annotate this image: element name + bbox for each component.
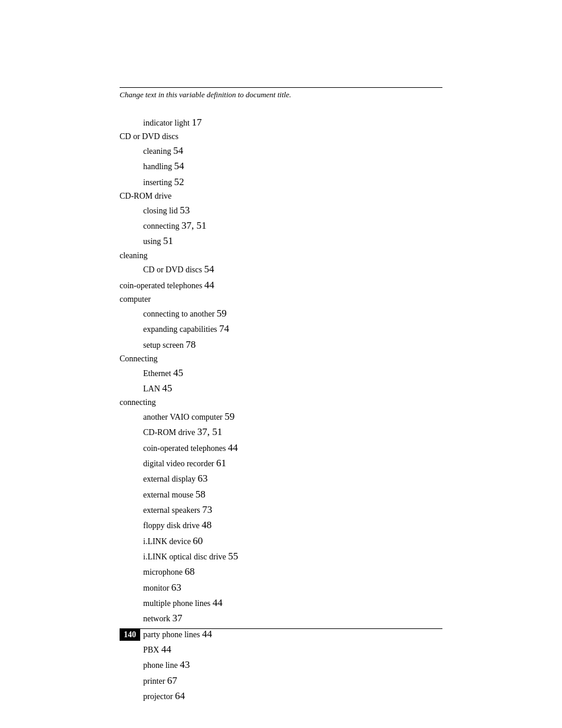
index-entry: coin-operated telephones 44 (120, 278, 442, 293)
entry-text: coin-operated telephones (143, 444, 228, 453)
entry-text: Connecting (120, 354, 158, 363)
index-entry: cleaning 54 (143, 143, 442, 159)
entry-text: network (143, 614, 172, 623)
index-entry: indicator light 17 (143, 115, 442, 130)
entry-page: 44 (213, 597, 223, 608)
entry-text: using (143, 237, 163, 246)
entry-page: 52 (174, 176, 184, 187)
entry-page: 74 (219, 323, 229, 334)
index-entry: setup screen 78 (143, 337, 442, 353)
entry-text: connecting (120, 398, 156, 407)
index-entry: i.LINK optical disc drive 55 (143, 549, 442, 564)
entry-page: 61 (216, 457, 226, 469)
entry-page: 37 (172, 612, 182, 624)
index-entry: phone line 43 (143, 657, 442, 673)
index-entry: connecting (120, 396, 442, 409)
entry-text: microphone (143, 568, 184, 577)
entry-page: 54 (204, 263, 214, 275)
index-entry: CD or DVD discs (120, 130, 442, 143)
index-entry: inserting 52 (143, 174, 442, 190)
entry-text: expanding capabilities (143, 325, 219, 334)
entry-text: digital video recorder (143, 459, 216, 468)
index-entry: Connecting (120, 353, 442, 365)
entry-page: 68 (184, 566, 194, 577)
entry-page: 59 (217, 308, 227, 319)
entry-page: 53 (180, 205, 190, 216)
entry-page: 48 (201, 519, 211, 531)
index-entry: expanding capabilities 74 (143, 321, 442, 337)
index-entry: coin-operated telephones 44 (143, 440, 442, 456)
entry-text: CD or DVD discs (120, 132, 178, 141)
index-entry: handling 54 (143, 159, 442, 174)
index-entry: Ethernet 45 (143, 365, 442, 381)
bottom-rule (120, 628, 442, 629)
entry-page: 54 (173, 145, 183, 156)
index-entry: connecting to another 59 (143, 306, 442, 321)
entry-page: 67 (167, 675, 177, 686)
index-entry: CD-ROM drive 37, 51 (143, 424, 442, 440)
index-entry: microphone 68 (143, 564, 442, 579)
entry-page: 45 (173, 367, 183, 378)
index-entry: external mouse 58 (143, 487, 442, 502)
entry-text: connecting to another (143, 309, 217, 318)
entry-text: i.LINK device (143, 537, 193, 546)
entry-page: 17 (191, 117, 201, 128)
entry-text: coin-operated telephones (120, 281, 204, 290)
entry-text: multiple phone lines (143, 599, 213, 608)
entry-page: 73 (202, 504, 212, 515)
index-entry: multiple phone lines 44 (143, 595, 442, 611)
index-entry: connecting 37, 51 (143, 218, 442, 233)
entry-page: 44 (161, 644, 171, 655)
entry-text: phone line (143, 661, 180, 670)
entry-text: external display (143, 475, 198, 483)
entry-text: external mouse (143, 490, 196, 499)
entry-text: LAN (143, 384, 162, 393)
entry-page: 58 (196, 489, 206, 500)
entry-text: CD-ROM drive (120, 192, 171, 200)
entry-text: PBX (143, 645, 161, 654)
index-entry: CD-ROM drive (120, 190, 442, 203)
entry-page: 63 (198, 473, 208, 484)
index-entry: another VAIO computer 59 (143, 409, 442, 424)
index-entry: network 37 (143, 611, 442, 626)
entry-text: another VAIO computer (143, 413, 224, 421)
entry-text: floppy disk drive (143, 521, 201, 530)
entry-text: printer (143, 677, 167, 686)
entry-text: CD or DVD discs (143, 265, 204, 274)
entry-page: 78 (186, 339, 196, 350)
entry-text: inserting (143, 178, 174, 187)
entry-page: 45 (162, 383, 172, 394)
entry-text: CD-ROM drive (143, 428, 197, 437)
entry-text: setup screen (143, 341, 186, 350)
top-rule (120, 87, 442, 88)
page-number: 140 (120, 629, 140, 641)
index-entry: i.LINK device 60 (143, 533, 442, 549)
entry-text: handling (143, 162, 174, 171)
entry-page: 60 (193, 535, 203, 546)
entry-page: 43 (180, 659, 190, 670)
entry-page: 44 (228, 442, 238, 453)
header-text: Change text in this variable definition … (120, 90, 291, 100)
index-entry: CD or DVD discs 54 (143, 262, 442, 277)
entry-text: indicator light (143, 118, 191, 127)
entry-text: i.LINK optical disc drive (143, 552, 228, 561)
index-entry: PBX 44 (143, 642, 442, 657)
entry-text: party phone lines (143, 630, 202, 639)
entry-page: 37, 51 (197, 426, 223, 437)
index-entry: digital video recorder 61 (143, 456, 442, 471)
entry-page: 44 (202, 628, 212, 640)
index-entry: monitor 63 (143, 580, 442, 595)
entry-page: 51 (163, 235, 173, 246)
index-entry: cleaning (120, 249, 442, 262)
entry-page: 59 (224, 411, 234, 422)
entry-text: computer (120, 295, 151, 304)
entry-text: connecting (143, 222, 181, 230)
index-entry: external speakers 73 (143, 502, 442, 518)
entry-text: Ethernet (143, 369, 173, 378)
entry-page: 54 (174, 160, 184, 172)
entry-text: monitor (143, 584, 171, 592)
index-entry: closing lid 53 (143, 203, 442, 218)
entry-page: 63 (171, 582, 181, 593)
entry-page: 55 (228, 551, 238, 562)
entry-page: 44 (204, 279, 214, 291)
